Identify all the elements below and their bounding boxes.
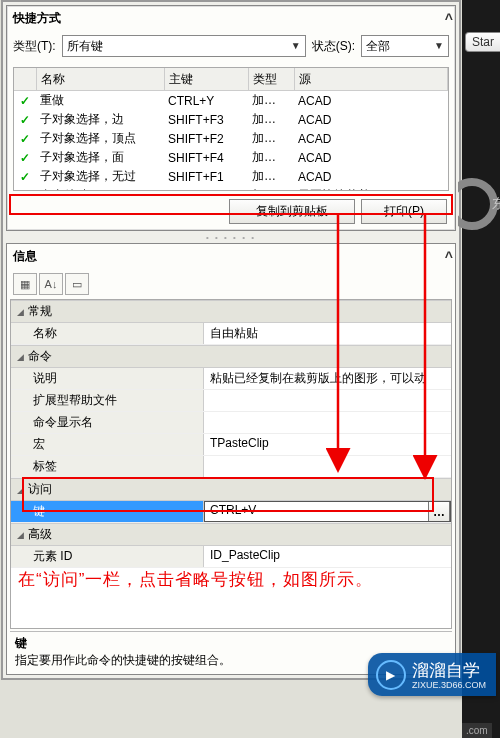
table-row[interactable]: ✓子对象选择，面SHIFT+F4加…ACAD [14, 148, 448, 167]
cell-key: CTRL+V [164, 186, 248, 191]
prop-label-macro: 宏 [11, 434, 204, 455]
check-icon: ✓ [20, 189, 30, 192]
prop-label-exthelp: 扩展型帮助文件 [11, 390, 204, 411]
print-button[interactable]: 打印(P) [361, 199, 447, 224]
check-icon: ✓ [20, 151, 30, 165]
copy-clipboard-button[interactable]: 复制到剪贴板 [229, 199, 355, 224]
start-tab[interactable]: Star [465, 32, 500, 52]
watermark: ▶ 溜溜自学 ZIXUE.3D66.COM [368, 653, 496, 696]
button-row: 复制到剪贴板 打印(P) [7, 193, 455, 230]
table-row[interactable]: ✓自由粘贴CTRL+V加…天正快捷菜单 [14, 186, 448, 191]
info-panel-header[interactable]: 信息 ^ [7, 244, 455, 269]
prop-row[interactable]: 元素 ID ID_PasteClip [11, 546, 451, 568]
cell-type: 加… [248, 110, 294, 129]
shortcut-table: 名称 主键 类型 源 ✓重做CTRL+Y加…ACAD✓子对象选择，边SHIFT+… [14, 68, 448, 191]
categorized-view-icon[interactable]: ▦ [13, 273, 37, 295]
status-label: 状态(S): [312, 38, 355, 55]
info-panel: 信息 ^ ▦ A↓ ▭ 常规 名称 自由粘贴 命令 说明 粘贴已经复制在裁剪版上… [6, 243, 456, 675]
shortcut-grid[interactable]: 名称 主键 类型 源 ✓重做CTRL+Y加…ACAD✓子对象选择，边SHIFT+… [13, 67, 449, 191]
watermark-brand: 溜溜自学 [412, 659, 486, 682]
prop-row[interactable]: 命令显示名 [11, 412, 451, 434]
hint-title: 键 [15, 635, 447, 652]
col-name[interactable]: 名称 [36, 68, 164, 91]
status-bar-tail: .com [462, 723, 492, 738]
cell-type: 加… [248, 167, 294, 186]
type-label: 类型(T): [13, 38, 56, 55]
view-mode-toolbar: ▦ A↓ ▭ [7, 269, 455, 299]
prop-value-exthelp [204, 390, 451, 411]
cell-name: 自由粘贴 [36, 186, 164, 191]
shortcut-panel-title: 快捷方式 [13, 10, 61, 27]
table-row[interactable]: ✓重做CTRL+Y加…ACAD [14, 91, 448, 111]
cell-key: CTRL+Y [164, 91, 248, 111]
table-row[interactable]: ✓子对象选择，边SHIFT+F3加…ACAD [14, 110, 448, 129]
check-icon: ✓ [20, 132, 30, 146]
filter-row: 类型(T): 所有键 ▼ 状态(S): 全部 ▼ [7, 31, 455, 65]
table-row[interactable]: ✓子对象选择，无过SHIFT+F1加…ACAD [14, 167, 448, 186]
status-dropdown-value: 全部 [366, 36, 390, 56]
cell-source: ACAD [294, 110, 448, 129]
cell-key: SHIFT+F4 [164, 148, 248, 167]
cell-name: 子对象选择，无过 [36, 167, 164, 186]
cell-name: 子对象选择，顶点 [36, 129, 164, 148]
chevron-down-icon: ▼ [434, 36, 444, 56]
prop-label-name: 名称 [11, 323, 204, 344]
table-header-row: 名称 主键 类型 源 [14, 68, 448, 91]
prop-row-key[interactable]: 键 CTRL+V … [11, 501, 451, 523]
key-value-text: CTRL+V [210, 503, 256, 517]
prop-row[interactable]: 扩展型帮助文件 [11, 390, 451, 412]
prop-label-elemid: 元素 ID [11, 546, 204, 567]
section-advanced[interactable]: 高级 [11, 523, 451, 546]
cell-type: 加… [248, 148, 294, 167]
svg-point-0 [458, 182, 494, 226]
cell-key: SHIFT+F2 [164, 129, 248, 148]
prop-row[interactable]: 标签 [11, 456, 451, 478]
collapse-icon: ^ [445, 11, 449, 27]
cell-type: 加… [248, 186, 294, 191]
play-icon: ▶ [376, 660, 406, 690]
compass-east-label: 东 [492, 196, 500, 211]
prop-value-key: CTRL+V … [204, 501, 451, 522]
table-row[interactable]: ✓子对象选择，顶点SHIFT+F2加…ACAD [14, 129, 448, 148]
cell-source: ACAD [294, 167, 448, 186]
cell-name: 子对象选择，边 [36, 110, 164, 129]
col-source[interactable]: 源 [294, 68, 448, 91]
cell-name: 重做 [36, 91, 164, 111]
section-general[interactable]: 常规 [11, 300, 451, 323]
prop-label-key: 键 [11, 501, 204, 522]
type-dropdown[interactable]: 所有键 ▼ [62, 35, 306, 57]
cell-type: 加… [248, 91, 294, 111]
cell-source: ACAD [294, 129, 448, 148]
prop-row[interactable]: 宏 TPasteClip [11, 434, 451, 456]
section-command[interactable]: 命令 [11, 345, 451, 368]
prop-label-dispname: 命令显示名 [11, 412, 204, 433]
prop-label-tags: 标签 [11, 456, 204, 477]
prop-label-desc: 说明 [11, 368, 204, 389]
status-dropdown[interactable]: 全部 ▼ [361, 35, 449, 57]
watermark-sub: ZIXUE.3D66.COM [412, 680, 486, 690]
prop-value-tags [204, 456, 451, 477]
cell-source: 天正快捷菜单 [294, 186, 448, 191]
shortcut-panel-header[interactable]: 快捷方式 ^ [7, 6, 455, 31]
section-access[interactable]: 访问 [11, 478, 451, 501]
annotation-text: 在“访问”一栏，点击省略号按钮，如图所示。 [18, 568, 373, 591]
col-type[interactable]: 类型 [248, 68, 294, 91]
cell-key: SHIFT+F3 [164, 110, 248, 129]
properties-view-icon[interactable]: ▭ [65, 273, 89, 295]
ellipsis-button[interactable]: … [428, 501, 450, 522]
splitter[interactable]: • • • • • • [3, 233, 459, 243]
cell-name: 子对象选择，面 [36, 148, 164, 167]
background-strip [462, 0, 500, 738]
col-key[interactable]: 主键 [164, 68, 248, 91]
alphabetic-view-icon[interactable]: A↓ [39, 273, 63, 295]
prop-row[interactable]: 名称 自由粘贴 [11, 323, 451, 345]
prop-value-macro: TPasteClip [204, 434, 451, 455]
chevron-down-icon: ▼ [291, 36, 301, 56]
collapse-icon: ^ [445, 249, 449, 265]
prop-value-dispname [204, 412, 451, 433]
cell-source: ACAD [294, 148, 448, 167]
cell-key: SHIFT+F1 [164, 167, 248, 186]
prop-value-desc: 粘贴已经复制在裁剪版上的图形，可以动 [204, 368, 451, 389]
check-icon: ✓ [20, 170, 30, 184]
prop-row[interactable]: 说明 粘贴已经复制在裁剪版上的图形，可以动 [11, 368, 451, 390]
